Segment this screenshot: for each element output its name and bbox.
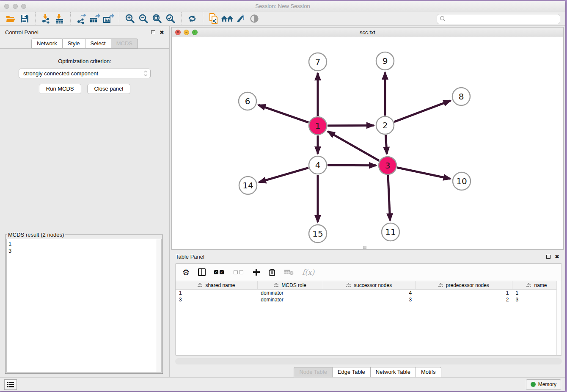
column-header-predecessor-nodes[interactable]: predecessor nodes	[415, 281, 512, 290]
run-mcds-button[interactable]: Run MCDS	[39, 84, 81, 94]
table-panel: Table Panel ✖ ⚙ ✓✓	[170, 251, 565, 377]
criterion-select-value: strongly connected component	[23, 70, 144, 77]
control-panel: Control Panel ✖ NetworkStyleSelectMCDS O…	[0, 26, 170, 377]
import-table-icon[interactable]	[53, 12, 66, 25]
toolbar-separator	[119, 12, 119, 25]
table-hscroll-track[interactable]	[175, 358, 562, 364]
table-cell[interactable]: 2	[415, 296, 512, 303]
add-column-icon[interactable]	[253, 269, 260, 276]
select-all-icon[interactable]: ✓✓	[214, 270, 225, 274]
column-header-shared-name[interactable]: shared name	[176, 281, 257, 290]
control-panel-title: Control Panel	[5, 29, 39, 36]
table-cell[interactable]: 3	[323, 296, 415, 303]
network-maximize-icon[interactable]: +	[192, 30, 198, 35]
settings-gear-icon[interactable]: ⚙	[182, 268, 190, 277]
graph-node-label-14: 14	[242, 180, 253, 190]
tab-style[interactable]: Style	[63, 39, 85, 49]
graph-edge-1-6[interactable]	[258, 105, 308, 123]
column-header-mcds-role[interactable]: MCDS role	[257, 281, 323, 290]
graph-node-label-11: 11	[385, 227, 396, 237]
table-row[interactable]: 3dominator323	[176, 296, 561, 303]
close-panel-button[interactable]: Close panel	[87, 84, 131, 94]
graph-edge-1-2[interactable]	[328, 126, 374, 126]
graph-edge-4-3[interactable]	[328, 166, 376, 166]
table-cell[interactable]: 1	[415, 290, 512, 296]
delete-table-icon[interactable]	[284, 269, 294, 276]
graph-edge-3-10[interactable]	[397, 168, 451, 179]
fit-content-icon[interactable]	[150, 12, 164, 25]
app-window: Session: New Session	[0, 1, 565, 391]
table-cell[interactable]: dominator	[257, 290, 323, 296]
eye-icon[interactable]	[248, 12, 261, 25]
column-header-name[interactable]: name	[512, 281, 561, 290]
graph-node-label-9: 9	[383, 56, 388, 66]
graph-edge-3-1[interactable]	[328, 132, 379, 161]
criterion-select[interactable]: strongly connected component	[19, 69, 151, 78]
table-scrollbar[interactable]	[556, 281, 561, 355]
float-panel-icon[interactable]	[151, 30, 155, 34]
export-image-icon[interactable]	[102, 12, 115, 25]
table-cell[interactable]: 4	[323, 290, 415, 296]
refresh-icon[interactable]	[185, 12, 199, 25]
table-cell[interactable]: 3	[176, 296, 257, 303]
task-history-button[interactable]	[4, 379, 17, 390]
export-table-icon[interactable]	[88, 12, 102, 25]
network-minimize-icon[interactable]: −	[184, 30, 189, 35]
save-session-icon[interactable]	[18, 12, 31, 25]
import-network-icon[interactable]	[39, 12, 53, 25]
graph-edge-3-11[interactable]	[388, 175, 390, 221]
tab-edge-table[interactable]: Edge Table	[333, 367, 371, 377]
zoom-selected-icon[interactable]	[164, 12, 177, 25]
mcds-result-list[interactable]: 1 3	[6, 239, 162, 373]
search-input[interactable]	[446, 16, 557, 22]
delete-column-icon[interactable]	[268, 268, 276, 276]
network-canvas[interactable]: 7968124314101511	[172, 37, 563, 249]
show-columns-icon[interactable]	[198, 268, 206, 276]
tab-network-table[interactable]: Network Table	[371, 367, 416, 377]
graph-edge-2-8[interactable]	[394, 101, 451, 122]
network-graph: 7968124314101511	[172, 37, 563, 249]
deselect-all-icon[interactable]	[234, 270, 245, 274]
tab-network[interactable]: Network	[31, 39, 63, 49]
toolbar-separator	[70, 12, 71, 25]
paint-style-icon[interactable]	[234, 12, 248, 25]
column-header-successor-nodes[interactable]: successor nodes	[323, 281, 415, 290]
export-network-icon[interactable]	[74, 12, 88, 25]
tab-motifs[interactable]: Motifs	[416, 367, 441, 377]
table-row[interactable]: 1dominator411	[176, 290, 561, 296]
minimize-window-button[interactable]	[13, 4, 18, 9]
zoom-in-icon[interactable]	[123, 12, 137, 25]
canvas-scroll-handle[interactable]	[363, 246, 366, 249]
search-field[interactable]	[437, 14, 560, 24]
tab-node-table[interactable]: Node Table	[294, 367, 333, 377]
table-cell[interactable]: dominator	[257, 296, 323, 303]
graph-edge-2-3[interactable]	[385, 135, 387, 154]
float-table-panel-icon[interactable]	[546, 255, 550, 259]
table-toolbar: ⚙ ✓✓ f(x)	[176, 264, 561, 281]
two-houses-icon[interactable]	[220, 12, 234, 25]
mcds-result-title: MCDS result (2 nodes)	[7, 232, 65, 238]
close-table-panel-icon[interactable]: ✖	[555, 254, 559, 259]
close-panel-icon[interactable]: ✖	[160, 30, 164, 35]
network-close-icon[interactable]: ✕	[175, 30, 181, 35]
tab-mcds[interactable]: MCDS	[111, 39, 138, 49]
zoom-out-icon[interactable]	[137, 12, 150, 25]
close-window-button[interactable]	[4, 4, 9, 9]
result-scrollbar[interactable]	[156, 239, 161, 372]
maximize-window-button[interactable]	[21, 4, 26, 9]
function-builder-icon[interactable]: f(x)	[302, 268, 314, 276]
graph-edge-4-14[interactable]	[259, 168, 308, 182]
table-cell[interactable]: 1	[512, 290, 561, 296]
table-cell[interactable]: 1	[176, 290, 257, 296]
table-cell[interactable]: 3	[512, 296, 561, 303]
memory-status-icon	[531, 382, 536, 387]
memory-button[interactable]: Memory	[526, 379, 561, 390]
search-icon	[440, 16, 446, 22]
column-type-icon	[346, 283, 351, 287]
tab-select[interactable]: Select	[85, 39, 111, 49]
network-window-titlebar: ✕ − + scc.txt	[172, 28, 563, 37]
duplicate-network-icon[interactable]	[207, 12, 220, 25]
table-panel-title: Table Panel	[176, 254, 204, 260]
open-file-icon[interactable]	[4, 12, 18, 25]
graph-node-label-7: 7	[315, 57, 321, 67]
